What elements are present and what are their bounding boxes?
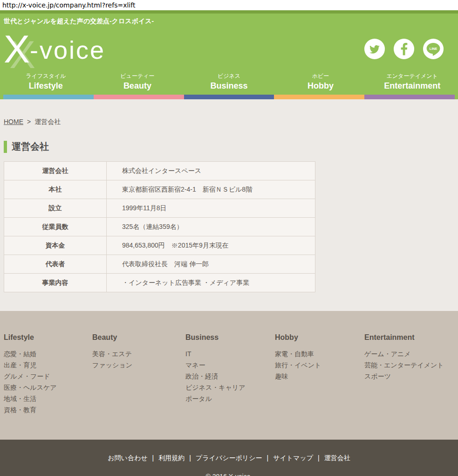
footer-column-hobby: Hobby 家電・自動車 旅行・イベント 趣味 <box>275 333 364 415</box>
nav-entertainment-en-label: Entertainment <box>366 81 458 91</box>
footer-link[interactable]: スポーツ <box>364 371 454 382</box>
nav-item-business[interactable]: ビジネス Business <box>183 72 275 95</box>
url-bar[interactable]: http://x-voice.jp/company.html?refs=xlif… <box>0 0 458 10</box>
row-value: 325名（連結359名） <box>107 218 315 236</box>
line-icon[interactable]: LINE <box>423 38 444 60</box>
row-value: 東京都新宿区西新宿2-4-1 新宿ＮＳビル8階 <box>107 180 315 199</box>
copyright-text: © 2016 X-voice. <box>0 473 458 476</box>
nav-stripe-beauty <box>94 95 184 99</box>
nav-stripe-hobby <box>274 95 364 99</box>
nav-lifestyle-en-label: Lifestyle <box>0 81 92 91</box>
footer-link[interactable]: 出産・育児 <box>4 359 92 371</box>
footer-link[interactable]: 資格・教育 <box>4 404 92 415</box>
footer-column-lifestyle: Lifestyle 恋愛・結婚 出産・育児 グルメ・フード 医療・ヘルスケア 地… <box>4 333 92 415</box>
table-row: 事業内容 ・インターネット広告事業 ・メディア事業 <box>4 274 315 292</box>
main-nav: ライフスタイル Lifestyle ビューティー Beauty ビジネス Bus… <box>0 72 458 95</box>
breadcrumb-home-link[interactable]: HOME <box>4 118 23 125</box>
page-title-block: 運営会社 <box>4 140 458 153</box>
footer-column-title: Lifestyle <box>4 333 92 342</box>
company-info-table: 運営会社 株式会社インタースペース 本社 東京都新宿区西新宿2-4-1 新宿ＮＳ… <box>4 161 315 292</box>
row-label: 運営会社 <box>4 162 107 180</box>
link-separator: | <box>152 454 154 462</box>
nav-item-beauty[interactable]: ビューティー Beauty <box>92 72 184 95</box>
footer-link[interactable]: マネー <box>185 359 275 371</box>
row-label: 事業内容 <box>4 274 107 292</box>
footer-column-beauty: Beauty 美容・エステ ファッション <box>92 333 185 415</box>
svg-text:LINE: LINE <box>430 47 437 51</box>
logo-voice-text: -voice <box>30 36 105 64</box>
table-row: 運営会社 株式会社インタースペース <box>4 162 315 180</box>
bottom-links: お問い合わせ|利用規約|プライバシーポリシー|サイトマップ|運営会社 <box>0 454 458 462</box>
site-logo[interactable]: XX-voice <box>4 29 105 69</box>
footer-link[interactable]: 趣味 <box>275 371 364 382</box>
footer-link[interactable]: 地域・生活 <box>4 393 92 404</box>
footer-link[interactable]: 医療・ヘルスケア <box>4 382 92 393</box>
link-separator: | <box>318 454 320 462</box>
footer-column-title: Hobby <box>275 333 364 342</box>
footer-link[interactable]: IT <box>185 348 275 359</box>
breadcrumb-current: 運営会社 <box>34 118 61 125</box>
footer-link[interactable]: ゲーム・アニメ <box>364 348 454 359</box>
footer-column-entertainment: Entertainment ゲーム・アニメ 芸能・エンターテイメント スポーツ <box>364 333 454 415</box>
nav-hobby-en-label: Hobby <box>275 81 367 91</box>
footer-link[interactable]: 家電・自動車 <box>275 348 364 359</box>
nav-stripe-lifestyle <box>3 95 94 99</box>
bottom-link-company[interactable]: 運営会社 <box>324 454 350 462</box>
table-row: 従業員数 325名（連結359名） <box>4 218 315 236</box>
bottom-link-privacy[interactable]: プライバシーポリシー <box>196 454 262 462</box>
footer-link[interactable]: ビジネス・キャリア <box>185 382 275 393</box>
footer-column-business: Business IT マネー 政治・経済 ビジネス・キャリア ポータル <box>185 333 275 415</box>
bottom-link-sitemap[interactable]: サイトマップ <box>273 454 313 462</box>
nav-beauty-en-label: Beauty <box>92 81 184 91</box>
header-main-row: XX-voice LINE <box>0 27 458 72</box>
breadcrumb-separator: > <box>27 118 31 125</box>
bottom-link-contact[interactable]: お問い合わせ <box>108 454 147 462</box>
footer-sitemap: Lifestyle 恋愛・結婚 出産・育児 グルメ・フード 医療・ヘルスケア 地… <box>0 311 458 440</box>
row-label: 資本金 <box>4 236 107 255</box>
nav-business-en-label: Business <box>183 81 275 91</box>
nav-hobby-jp-label: ホビー <box>275 72 367 80</box>
nav-business-jp-label: ビジネス <box>183 72 275 80</box>
main-content: HOME>運営会社 運営会社 運営会社 株式会社インタースペース 本社 東京都新… <box>0 99 458 311</box>
link-separator: | <box>267 454 268 462</box>
table-row: 設立 1999年11月8日 <box>4 199 315 218</box>
footer-link[interactable]: ファッション <box>92 359 185 371</box>
site-header: 世代とジャンルを超えた声の交差点-クロスボイス- XX-voice LINE <box>0 10 458 99</box>
footer-column-title: Entertainment <box>364 333 454 342</box>
footer-link[interactable]: 美容・エステ <box>92 348 185 359</box>
nav-item-hobby[interactable]: ホビー Hobby <box>275 72 367 95</box>
logo-x: X <box>4 27 30 71</box>
breadcrumb: HOME>運営会社 <box>4 118 458 126</box>
footer-link[interactable]: 恋愛・結婚 <box>4 348 92 359</box>
footer-link[interactable]: 旅行・イベント <box>275 359 364 371</box>
nav-stripe-business <box>184 95 274 99</box>
title-accent-bar <box>4 141 7 153</box>
row-value: ・インターネット広告事業 ・メディア事業 <box>107 274 315 292</box>
facebook-icon[interactable] <box>393 38 415 60</box>
table-row: 代表者 代表取締役社長 河端 伸一郎 <box>4 255 315 274</box>
footer-link[interactable]: ポータル <box>185 393 275 404</box>
bottom-link-terms[interactable]: 利用規約 <box>158 454 185 462</box>
nav-stripe-entertainment <box>364 95 455 99</box>
row-value: 984,653,800円 ※2015年9月末現在 <box>107 236 315 255</box>
footer-link[interactable]: グルメ・フード <box>4 371 92 382</box>
row-label: 代表者 <box>4 255 107 274</box>
footer-link[interactable]: 芸能・エンターテイメント <box>364 359 454 371</box>
link-separator: | <box>189 454 191 462</box>
table-row: 本社 東京都新宿区西新宿2-4-1 新宿ＮＳビル8階 <box>4 180 315 199</box>
bottom-bar: お問い合わせ|利用規約|プライバシーポリシー|サイトマップ|運営会社 © 201… <box>0 440 458 476</box>
row-label: 本社 <box>4 180 107 199</box>
row-label: 設立 <box>4 199 107 218</box>
row-value: 1999年11月8日 <box>107 199 315 218</box>
row-label: 従業員数 <box>4 218 107 236</box>
page-title: 運営会社 <box>12 140 49 153</box>
nav-color-stripe <box>0 95 458 99</box>
nav-entertainment-jp-label: エンターテイメント <box>366 72 458 80</box>
twitter-icon[interactable] <box>364 38 385 60</box>
footer-column-title: Business <box>185 333 275 342</box>
nav-beauty-jp-label: ビューティー <box>92 72 184 80</box>
footer-link[interactable]: 政治・経済 <box>185 371 275 382</box>
nav-item-entertainment[interactable]: エンターテイメント Entertainment <box>366 72 458 95</box>
row-value: 代表取締役社長 河端 伸一郎 <box>107 255 315 274</box>
table-row: 資本金 984,653,800円 ※2015年9月末現在 <box>4 236 315 255</box>
